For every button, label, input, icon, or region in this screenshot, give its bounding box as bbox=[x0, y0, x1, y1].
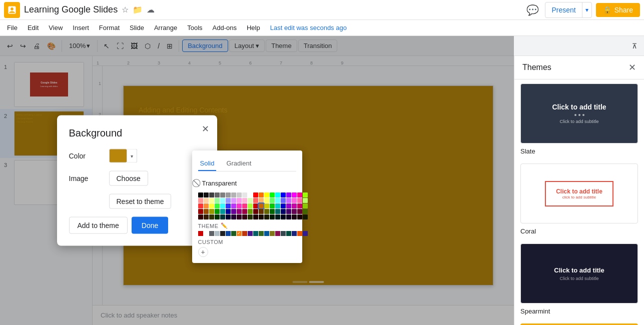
color-swatch[interactable] bbox=[231, 204, 236, 208]
theme-item-slate[interactable]: Click to add title Click to add subtitle… bbox=[514, 80, 644, 160]
themes-close-button[interactable]: ✕ bbox=[628, 62, 636, 73]
color-preview-swatch[interactable] bbox=[109, 149, 127, 163]
menu-tools[interactable]: Tools bbox=[182, 20, 207, 36]
color-swatch[interactable] bbox=[226, 214, 231, 220]
color-swatch[interactable] bbox=[204, 214, 209, 220]
color-swatch[interactable] bbox=[231, 214, 236, 220]
color-swatch[interactable] bbox=[242, 192, 247, 198]
menu-edit[interactable]: Edit bbox=[23, 20, 44, 36]
add-custom-color-button[interactable]: + bbox=[198, 247, 208, 257]
solid-tab[interactable]: Solid bbox=[198, 156, 217, 171]
theme-color-swatch[interactable] bbox=[286, 231, 291, 236]
add-to-theme-button[interactable]: Add to theme bbox=[69, 217, 128, 234]
color-swatch[interactable] bbox=[242, 204, 247, 208]
color-swatch[interactable] bbox=[297, 209, 302, 214]
color-swatch[interactable] bbox=[215, 214, 220, 220]
color-swatch[interactable] bbox=[220, 204, 225, 208]
color-swatch[interactable] bbox=[281, 214, 286, 220]
color-swatch[interactable] bbox=[248, 204, 253, 208]
theme-color-swatch[interactable] bbox=[248, 231, 253, 236]
theme-color-swatch[interactable] bbox=[270, 231, 275, 236]
theme-color-swatch[interactable] bbox=[226, 231, 231, 236]
choose-image-button[interactable]: Choose bbox=[109, 171, 148, 186]
color-swatch[interactable] bbox=[270, 204, 275, 208]
color-swatch[interactable] bbox=[204, 204, 209, 208]
color-swatch[interactable] bbox=[248, 198, 253, 203]
done-button[interactable]: Done bbox=[132, 217, 168, 234]
color-swatch[interactable] bbox=[259, 204, 264, 208]
color-swatch[interactable] bbox=[259, 192, 264, 198]
color-swatch[interactable] bbox=[242, 214, 247, 220]
color-swatch[interactable] bbox=[231, 198, 236, 203]
color-swatch[interactable] bbox=[275, 209, 280, 214]
theme-color-swatch[interactable] bbox=[215, 231, 220, 236]
color-swatch[interactable] bbox=[292, 198, 297, 203]
color-swatch[interactable] bbox=[281, 192, 286, 198]
color-swatch[interactable] bbox=[292, 209, 297, 214]
color-swatch[interactable] bbox=[226, 198, 231, 203]
color-swatch[interactable] bbox=[303, 214, 308, 220]
color-swatch[interactable] bbox=[297, 192, 302, 198]
collapse-panel-button[interactable]: ⊼ bbox=[629, 40, 640, 52]
color-swatch[interactable] bbox=[303, 204, 308, 208]
color-swatch[interactable] bbox=[297, 198, 302, 203]
share-button[interactable]: 🔒 Share bbox=[596, 3, 640, 17]
color-swatch[interactable] bbox=[286, 198, 291, 203]
color-swatch[interactable] bbox=[226, 204, 231, 208]
color-swatch[interactable] bbox=[286, 192, 291, 198]
color-swatch[interactable] bbox=[292, 192, 297, 198]
color-swatch[interactable] bbox=[198, 209, 203, 214]
color-swatch[interactable] bbox=[215, 209, 220, 214]
color-swatch[interactable] bbox=[248, 209, 253, 214]
color-swatch[interactable] bbox=[253, 192, 258, 198]
color-swatch[interactable] bbox=[237, 204, 242, 208]
reset-theme-button[interactable]: Reset to theme bbox=[109, 194, 172, 209]
color-swatch[interactable] bbox=[248, 214, 253, 220]
color-swatch[interactable] bbox=[209, 198, 214, 203]
color-swatch[interactable] bbox=[253, 214, 258, 220]
color-swatch[interactable] bbox=[264, 192, 269, 198]
color-swatch[interactable] bbox=[259, 214, 264, 220]
color-swatch[interactable] bbox=[198, 214, 203, 220]
star-icon[interactable]: ☆ bbox=[122, 5, 129, 14]
theme-color-swatch[interactable] bbox=[259, 231, 264, 236]
folder-icon[interactable]: 📁 bbox=[133, 5, 143, 14]
color-swatch[interactable] bbox=[286, 209, 291, 214]
color-swatch[interactable] bbox=[220, 198, 225, 203]
color-dropdown-button[interactable]: ▾ bbox=[127, 149, 137, 163]
color-swatch[interactable] bbox=[270, 198, 275, 203]
color-swatch[interactable] bbox=[209, 214, 214, 220]
color-swatch[interactable] bbox=[215, 204, 220, 208]
menu-arrange[interactable]: Arrange bbox=[149, 20, 182, 36]
color-swatch[interactable] bbox=[259, 209, 264, 214]
menu-insert[interactable]: Insert bbox=[68, 20, 94, 36]
color-swatch[interactable] bbox=[281, 209, 286, 214]
edit-icon[interactable]: ✏️ bbox=[221, 222, 228, 229]
theme-color-swatch[interactable]: ✓ bbox=[237, 231, 242, 236]
color-swatch[interactable] bbox=[237, 192, 242, 198]
theme-color-swatch[interactable] bbox=[264, 231, 269, 236]
color-swatch[interactable] bbox=[209, 209, 214, 214]
color-swatch[interactable] bbox=[204, 192, 209, 198]
color-swatch[interactable] bbox=[198, 192, 203, 198]
menu-slide[interactable]: Slide bbox=[125, 20, 149, 36]
color-swatch[interactable] bbox=[297, 214, 302, 220]
color-swatch[interactable] bbox=[231, 209, 236, 214]
color-swatch[interactable] bbox=[275, 214, 280, 220]
color-swatch[interactable] bbox=[198, 204, 203, 208]
theme-color-swatch[interactable] bbox=[220, 231, 225, 236]
color-swatch[interactable] bbox=[226, 192, 231, 198]
theme-color-swatch[interactable] bbox=[303, 231, 308, 236]
theme-color-swatch[interactable] bbox=[253, 231, 258, 236]
color-swatch[interactable] bbox=[204, 198, 209, 203]
menu-format[interactable]: Format bbox=[94, 20, 125, 36]
color-swatch[interactable] bbox=[231, 192, 236, 198]
theme-color-swatch[interactable] bbox=[198, 231, 203, 236]
color-swatch[interactable] bbox=[215, 192, 220, 198]
theme-color-swatch[interactable] bbox=[281, 231, 286, 236]
color-swatch[interactable] bbox=[209, 204, 214, 208]
dialog-close-button[interactable]: ✕ bbox=[202, 124, 209, 134]
color-swatch[interactable] bbox=[275, 192, 280, 198]
color-swatch[interactable] bbox=[281, 198, 286, 203]
color-swatch[interactable] bbox=[209, 192, 214, 198]
